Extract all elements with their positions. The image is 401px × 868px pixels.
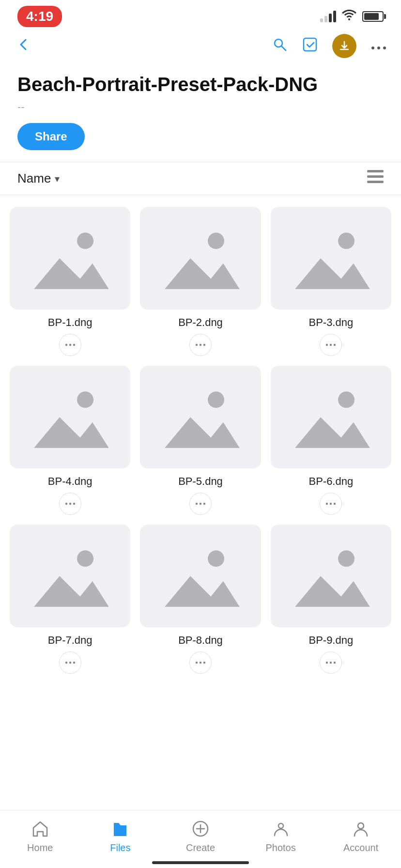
svg-point-14 xyxy=(196,344,198,346)
tab-account[interactable]: Account xyxy=(321,820,401,853)
signal-bars-icon xyxy=(320,11,336,22)
tab-files[interactable]: Files xyxy=(80,820,161,853)
svg-point-5 xyxy=(383,46,386,49)
more-options-icon[interactable] xyxy=(371,39,386,54)
svg-point-36 xyxy=(73,662,75,664)
svg-point-22 xyxy=(65,503,67,505)
file-item-5[interactable]: BP-5.dng xyxy=(140,366,261,515)
svg-point-38 xyxy=(196,662,198,664)
folder-subtitle: -- xyxy=(17,101,384,113)
tab-photos-label: Photos xyxy=(265,842,295,853)
file-thumb-1 xyxy=(10,207,130,310)
file-thumb-3 xyxy=(271,207,391,310)
create-icon xyxy=(191,820,210,839)
file-more-button-5[interactable] xyxy=(189,493,212,515)
sort-chevron-icon: ▾ xyxy=(55,173,60,185)
svg-point-26 xyxy=(196,503,198,505)
tab-home-label: Home xyxy=(27,842,53,853)
svg-point-47 xyxy=(358,823,364,829)
file-thumb-9 xyxy=(271,525,391,627)
file-name-5: BP-5.dng xyxy=(178,475,223,488)
svg-point-17 xyxy=(338,232,355,249)
battery-icon xyxy=(362,11,384,22)
bottom-nav: Home Files Create Photos xyxy=(0,810,401,868)
svg-point-35 xyxy=(69,662,71,664)
file-more-button-8[interactable] xyxy=(189,651,212,674)
tab-photos[interactable]: Photos xyxy=(241,820,321,853)
file-thumb-5 xyxy=(140,366,261,468)
file-item-7[interactable]: BP-7.dng xyxy=(10,525,130,674)
file-item-3[interactable]: BP-3.dng xyxy=(271,207,391,356)
file-name-3: BP-3.dng xyxy=(308,316,353,329)
photos-icon xyxy=(272,820,290,839)
top-nav xyxy=(0,29,401,63)
file-thumb-7 xyxy=(10,525,130,627)
file-thumb-8 xyxy=(140,525,261,627)
folder-header: Beach-Portrait-Preset-Pack-DNG -- Share … xyxy=(0,68,401,763)
file-more-button-2[interactable] xyxy=(189,334,212,356)
svg-point-30 xyxy=(326,503,328,505)
svg-rect-7 xyxy=(367,175,384,178)
svg-point-24 xyxy=(73,503,75,505)
svg-point-21 xyxy=(77,391,93,408)
file-item-1[interactable]: BP-1.dng xyxy=(10,207,130,356)
file-item-9[interactable]: BP-9.dng xyxy=(271,525,391,674)
svg-point-41 xyxy=(338,550,355,567)
svg-point-15 xyxy=(200,344,201,346)
status-icons xyxy=(320,9,384,24)
edit-select-icon[interactable] xyxy=(302,37,318,56)
file-name-6: BP-6.dng xyxy=(308,475,353,488)
svg-point-9 xyxy=(77,232,93,249)
file-more-button-6[interactable] xyxy=(320,493,342,515)
sort-name-button[interactable]: Name ▾ xyxy=(17,171,60,186)
file-name-4: BP-4.dng xyxy=(48,475,93,488)
download-icon[interactable] xyxy=(332,34,356,58)
svg-point-33 xyxy=(77,550,93,567)
svg-point-16 xyxy=(203,344,205,346)
file-more-button-4[interactable] xyxy=(59,493,81,515)
svg-point-34 xyxy=(65,662,67,664)
svg-point-11 xyxy=(69,344,71,346)
svg-point-23 xyxy=(69,503,71,505)
file-name-9: BP-9.dng xyxy=(308,634,353,647)
wifi-icon xyxy=(342,9,356,24)
svg-point-31 xyxy=(330,503,332,505)
file-more-button-3[interactable] xyxy=(320,334,342,356)
svg-point-3 xyxy=(371,46,374,49)
home-icon xyxy=(31,820,49,839)
tab-create[interactable]: Create xyxy=(160,820,241,853)
svg-rect-8 xyxy=(367,181,384,183)
file-more-button-7[interactable] xyxy=(59,651,81,674)
file-name-1: BP-1.dng xyxy=(48,316,93,329)
account-icon xyxy=(352,820,370,839)
file-item-2[interactable]: BP-2.dng xyxy=(140,207,261,356)
file-item-6[interactable]: BP-6.dng xyxy=(271,366,391,515)
back-button[interactable] xyxy=(15,35,33,58)
tab-create-label: Create xyxy=(186,842,215,853)
svg-point-19 xyxy=(330,344,332,346)
svg-point-27 xyxy=(200,503,201,505)
search-icon[interactable] xyxy=(272,37,288,56)
svg-point-10 xyxy=(65,344,67,346)
nav-right-icons xyxy=(272,34,386,58)
files-icon xyxy=(111,820,129,839)
file-more-button-9[interactable] xyxy=(320,651,342,674)
list-view-icon[interactable] xyxy=(367,170,384,187)
file-item-4[interactable]: BP-4.dng xyxy=(10,366,130,515)
tab-home[interactable]: Home xyxy=(0,820,80,853)
file-more-button-1[interactable] xyxy=(59,334,81,356)
svg-point-20 xyxy=(334,344,336,346)
status-time: 4:19 xyxy=(17,6,62,27)
svg-point-25 xyxy=(208,391,224,408)
svg-point-29 xyxy=(338,391,355,408)
sort-bar: Name ▾ xyxy=(0,162,401,195)
svg-point-42 xyxy=(326,662,328,664)
file-thumb-2 xyxy=(140,207,261,310)
tab-files-label: Files xyxy=(110,842,130,853)
svg-rect-6 xyxy=(367,170,384,172)
file-name-8: BP-8.dng xyxy=(178,634,223,647)
svg-line-1 xyxy=(281,46,286,50)
file-item-8[interactable]: BP-8.dng xyxy=(140,525,261,674)
svg-point-44 xyxy=(334,662,336,664)
share-button[interactable]: Share xyxy=(17,123,85,150)
